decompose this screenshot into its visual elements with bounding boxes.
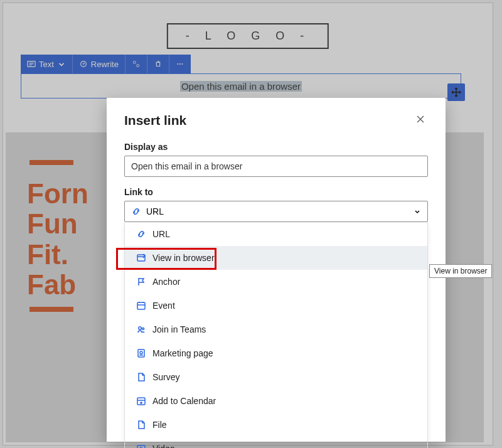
option-label: File bbox=[152, 420, 167, 430]
option-marketing-page[interactable]: Marketing page bbox=[125, 341, 427, 365]
option-join-in-teams[interactable]: Join in Teams bbox=[125, 317, 427, 341]
option-event[interactable]: Event bbox=[125, 294, 427, 317]
flag-icon bbox=[136, 277, 146, 287]
option-view-in-browser[interactable]: View in browser bbox=[125, 246, 427, 270]
close-button[interactable] bbox=[413, 112, 428, 129]
dropdown-selected-label: URL bbox=[146, 206, 164, 216]
option-label: Add to Calendar bbox=[152, 396, 216, 406]
close-icon bbox=[415, 114, 425, 124]
link-icon bbox=[131, 206, 141, 216]
link-to-options: URLView in browserAnchorEventJoin in Tea… bbox=[124, 222, 428, 448]
option-label: Anchor bbox=[152, 277, 180, 287]
play-icon bbox=[136, 444, 146, 448]
link-to-label: Link to bbox=[124, 187, 428, 197]
option-survey[interactable]: Survey bbox=[125, 365, 427, 389]
option-label: View in browser bbox=[152, 253, 215, 263]
doc-icon bbox=[136, 420, 146, 430]
option-label: Survey bbox=[152, 372, 180, 382]
option-anchor[interactable]: Anchor bbox=[125, 270, 427, 294]
doc-icon bbox=[136, 372, 146, 382]
option-label: Event bbox=[152, 301, 175, 311]
browser-icon bbox=[136, 253, 146, 263]
teams-icon bbox=[136, 324, 146, 334]
option-label: Video bbox=[152, 444, 175, 448]
option-label: URL bbox=[152, 229, 170, 239]
option-file[interactable]: File bbox=[125, 413, 427, 437]
calendar-add-icon bbox=[136, 396, 146, 406]
display-as-label: Display as bbox=[124, 142, 428, 152]
link-to-dropdown[interactable]: URL bbox=[124, 201, 428, 222]
page-icon bbox=[136, 348, 146, 358]
tooltip: View in browser bbox=[429, 264, 492, 278]
option-label: Marketing page bbox=[152, 348, 213, 358]
insert-link-modal: Insert link Display as Link to URL URLVi… bbox=[107, 98, 446, 442]
calendar-icon bbox=[136, 301, 146, 311]
modal-title: Insert link bbox=[124, 113, 186, 128]
display-as-input[interactable] bbox=[124, 156, 428, 177]
option-add-to-calendar[interactable]: Add to Calendar bbox=[125, 389, 427, 413]
option-video[interactable]: Video bbox=[125, 437, 427, 448]
chevron-down-icon bbox=[414, 208, 421, 215]
option-url[interactable]: URL bbox=[125, 222, 427, 246]
link-icon bbox=[136, 229, 146, 239]
option-label: Join in Teams bbox=[152, 324, 206, 334]
